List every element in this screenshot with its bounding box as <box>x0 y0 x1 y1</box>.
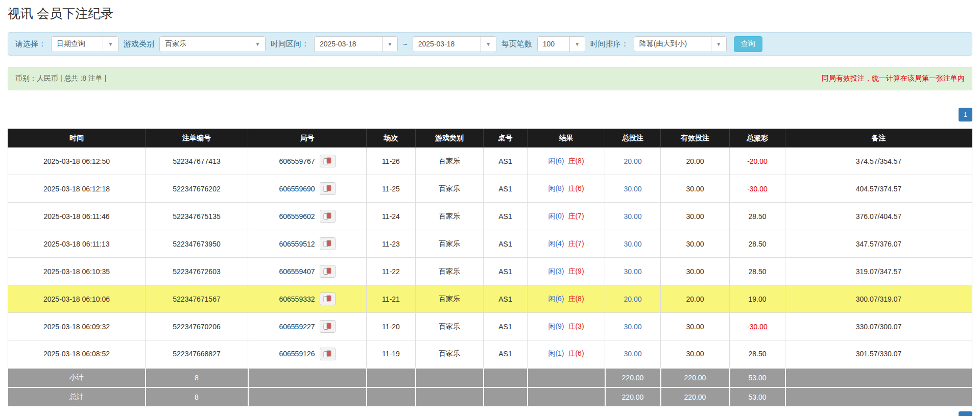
query-type-value[interactable]: 日期查询 <box>52 37 103 52</box>
round-detail-button[interactable] <box>320 182 336 195</box>
per-page-value[interactable]: 100 <box>538 37 569 52</box>
cell-total-bet: 30.00 <box>605 203 661 230</box>
total-count: 8 <box>146 387 248 407</box>
page: 视讯 会员下注纪录 请选择： 日期查询 ▼ 游戏类别 百家乐 ▼ 时间区间： 2… <box>0 0 980 416</box>
total-bet-link[interactable]: 30.00 <box>624 267 641 276</box>
round-detail-button[interactable] <box>320 155 336 167</box>
cell-result: 闲(6) 庄(8) <box>528 285 605 313</box>
cell-payout: -30.00 <box>730 175 785 203</box>
pagination-bottom: 1 <box>8 411 972 416</box>
page-number-button[interactable]: 1 <box>959 411 972 416</box>
sort-value[interactable]: 降冪(由大到小) <box>634 37 711 52</box>
page-number-button[interactable]: 1 <box>959 108 972 121</box>
total-valid-bet: 220.00 <box>661 387 730 407</box>
date-from-input[interactable]: 2025-03-18 ▼ <box>314 36 398 52</box>
table-row: 2025-03-18 06:12:50 522347677413 6065597… <box>8 148 972 175</box>
per-page-select[interactable]: 100 ▼ <box>537 36 585 52</box>
cell-note: 376.07/404.57 <box>785 203 972 230</box>
date-to-input[interactable]: 2025-03-18 ▼ <box>413 36 496 52</box>
chevron-down-icon[interactable]: ▼ <box>569 37 585 52</box>
cell-time: 2025-03-18 06:12:50 <box>8 148 146 175</box>
cell-result: 闲(3) 庄(9) <box>528 258 605 285</box>
table-row: 2025-03-18 06:10:35 522347672603 6065594… <box>8 258 972 285</box>
cell-table-no: AS1 <box>484 258 528 285</box>
cell-session: 11-22 <box>367 258 416 285</box>
result-banker: 庄(9) <box>568 267 584 275</box>
bet-records-table: 时间 注单编号 局号 场次 游戏类别 桌号 结果 总投注 有效投注 总派彩 备注… <box>8 129 972 407</box>
total-bet-link[interactable]: 30.00 <box>624 240 641 248</box>
cell-time: 2025-03-18 06:12:18 <box>8 175 146 203</box>
header-bet-no: 注单编号 <box>146 129 248 148</box>
chevron-down-icon[interactable]: ▼ <box>250 37 265 52</box>
page-title: 视讯 会员下注纪录 <box>8 5 972 22</box>
round-detail-button[interactable] <box>320 265 336 278</box>
cell-valid-bet: 30.00 <box>661 203 730 230</box>
cards-icon <box>323 323 332 330</box>
result-player: 闲(6) <box>548 157 564 165</box>
cell-payout: 28.50 <box>730 230 785 258</box>
header-table-no: 桌号 <box>484 129 528 148</box>
cell-valid-bet: 30.00 <box>661 258 730 285</box>
header-session: 场次 <box>367 129 416 148</box>
date-from-value[interactable]: 2025-03-18 <box>315 37 382 52</box>
cell-result: 闲(4) 庄(7) <box>528 230 605 258</box>
query-type-select[interactable]: 日期查询 ▼ <box>51 36 118 52</box>
cell-valid-bet: 20.00 <box>661 148 730 175</box>
round-detail-button[interactable] <box>320 237 336 250</box>
round-number: 606559512 <box>279 240 315 248</box>
cell-table-no: AS1 <box>484 285 528 313</box>
header-time: 时间 <box>8 129 146 148</box>
header-result: 结果 <box>528 129 605 148</box>
chevron-down-icon[interactable]: ▼ <box>103 37 118 52</box>
total-bet-link[interactable]: 30.00 <box>624 350 641 358</box>
subtotal-payout: 53.00 <box>730 368 785 387</box>
game-type-select[interactable]: 百家乐 ▼ <box>159 36 266 52</box>
cell-bet-no: 522347672603 <box>146 258 248 285</box>
total-bet-link[interactable]: 30.00 <box>624 323 641 331</box>
cell-table-no: AS1 <box>484 230 528 258</box>
round-number: 606559227 <box>279 323 315 331</box>
sort-label: 时间排序： <box>590 39 629 49</box>
cell-game-type: 百家乐 <box>416 258 484 285</box>
total-row: 总计 8 220.00 220.00 53.00 <box>8 387 972 407</box>
round-number: 606559126 <box>279 350 315 358</box>
cell-note: 404.57/374.57 <box>785 175 972 203</box>
total-bet-link[interactable]: 30.00 <box>624 212 641 221</box>
date-to-value[interactable]: 2025-03-18 <box>413 37 481 52</box>
cell-game-type: 百家乐 <box>416 340 484 368</box>
total-bet-link[interactable]: 20.00 <box>624 295 641 303</box>
table-body: 2025-03-18 06:12:50 522347677413 6065597… <box>8 148 972 368</box>
cell-result: 闲(9) 庄(3) <box>528 313 605 340</box>
result-banker: 庄(8) <box>568 295 584 303</box>
cell-note: 347.57/376.07 <box>785 230 972 258</box>
cell-round-no: 606559227 <box>248 313 367 340</box>
chevron-down-icon[interactable]: ▼ <box>481 37 496 52</box>
total-bet-link[interactable]: 30.00 <box>624 185 641 193</box>
cell-table-no: AS1 <box>484 313 528 340</box>
subtotal-valid-bet: 220.00 <box>661 368 730 387</box>
total-payout: 53.00 <box>730 387 785 407</box>
cell-result: 闲(6) 庄(8) <box>528 148 605 175</box>
pagination-top: 1 <box>8 108 972 121</box>
header-round-no: 局号 <box>248 129 367 148</box>
cell-bet-no: 522347675135 <box>146 203 248 230</box>
round-detail-button[interactable] <box>320 348 336 360</box>
game-type-value[interactable]: 百家乐 <box>160 37 250 52</box>
round-number: 606559602 <box>279 212 315 221</box>
chevron-down-icon[interactable]: ▼ <box>382 37 397 52</box>
subtotal-total-bet: 220.00 <box>605 368 661 387</box>
cell-game-type: 百家乐 <box>416 230 484 258</box>
round-number: 606559767 <box>279 157 315 165</box>
subtotal-row: 小计 8 220.00 220.00 53.00 <box>8 368 972 387</box>
select-type-label: 请选择： <box>15 39 46 49</box>
round-detail-button[interactable] <box>320 320 336 333</box>
round-detail-button[interactable] <box>320 292 336 305</box>
round-detail-button[interactable] <box>320 210 336 223</box>
total-label: 总计 <box>8 387 146 407</box>
sort-select[interactable]: 降冪(由大到小) ▼ <box>634 36 727 52</box>
chevron-down-icon[interactable]: ▼ <box>711 37 726 52</box>
total-bet-link[interactable]: 20.00 <box>624 157 641 165</box>
search-button[interactable]: 查询 <box>734 36 762 52</box>
result-banker: 庄(3) <box>568 322 584 330</box>
cards-icon <box>323 267 332 275</box>
